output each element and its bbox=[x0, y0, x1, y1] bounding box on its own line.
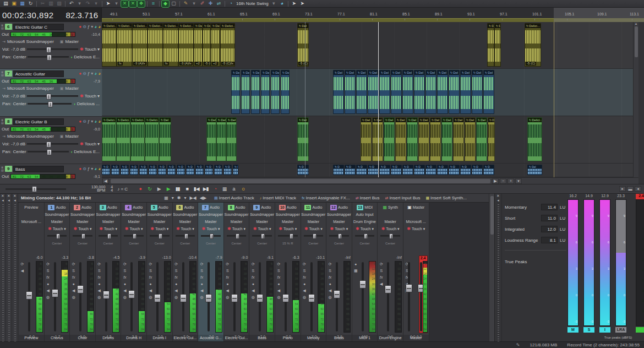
audio-clip[interactable]: ↻D bbox=[333, 165, 344, 175]
pan-thumb[interactable] bbox=[364, 233, 368, 239]
automation-label[interactable]: Touch bbox=[78, 227, 89, 231]
input-monitor-icon[interactable]: ◀ bbox=[174, 289, 177, 293]
audio-clip[interactable]: ↻Del+2 bbox=[194, 23, 203, 67]
channel-strip-bass[interactable]: 9AudioSoundmapperMaster✱Touch▾Center-9.1… bbox=[249, 203, 275, 341]
strip-output[interactable]: Master bbox=[249, 218, 275, 225]
select-tool-button[interactable]: ▢ bbox=[170, 1, 177, 7]
strip-name[interactable]: Master bbox=[403, 335, 429, 341]
strip-name[interactable]: Choir bbox=[70, 335, 95, 341]
dropdown-caret-icon[interactable]: ▾ bbox=[91, 72, 93, 76]
clip-lane-9[interactable]: ↻D↻D↻D↻D↻D↻D↻D↻D↻D↻D↻D↻D↻D↻D↻D↻D↻D↻D↻D↻D… bbox=[102, 164, 638, 177]
audio-clip[interactable]: ↻D bbox=[121, 165, 129, 175]
channel-strip-drums-i[interactable]: 5AudioSoundmapperMaster✱Touch▾Center-13.… bbox=[147, 203, 173, 341]
fx-icon[interactable]: fx bbox=[252, 275, 254, 280]
group-icon[interactable]: ⟳ bbox=[200, 262, 204, 267]
strip-name[interactable]: Drums bbox=[96, 335, 121, 341]
panel-dock-button[interactable]: ▬ bbox=[627, 186, 634, 192]
strip-automation[interactable]: ✱Touch▾ bbox=[301, 225, 326, 232]
automation-label[interactable]: Touch bbox=[85, 142, 96, 146]
strip-automation[interactable]: ✱Touch▾ bbox=[96, 225, 121, 232]
audio-clip[interactable]: ↻D bbox=[368, 165, 379, 175]
record-arm-icon[interactable]: ● bbox=[98, 282, 100, 286]
snap-to-grid-button[interactable]: ◆ bbox=[162, 1, 169, 7]
group-icon[interactable]: ⟳ bbox=[252, 262, 255, 267]
pan-thumb[interactable] bbox=[338, 233, 342, 239]
automation-caret[interactable]: ▾ bbox=[346, 227, 348, 231]
track-name-field[interactable]: Acoustic Guitar bbox=[13, 70, 64, 77]
automation-caret[interactable]: ▾ bbox=[90, 227, 92, 231]
input-monitor-icon[interactable]: ◀ bbox=[329, 289, 331, 293]
strip-input[interactable]: Soundmapper bbox=[96, 211, 121, 218]
strip-input[interactable]: Auto Input bbox=[352, 211, 378, 218]
audio-clip[interactable]: ↻D bbox=[167, 165, 176, 175]
record-arm-icon[interactable]: ● bbox=[252, 282, 254, 286]
strip-output[interactable]: Master bbox=[45, 218, 70, 225]
strip-output[interactable]: Master bbox=[301, 218, 326, 225]
fade-clips-button[interactable]: ❖ bbox=[138, 1, 145, 7]
audio-clip[interactable]: ↻Delici...-3 (A)fx bbox=[132, 23, 148, 67]
strip-name[interactable]: Melody bbox=[301, 335, 326, 341]
audio-clip[interactable]: ↻D bbox=[111, 165, 119, 175]
solo-safe-icon[interactable]: S bbox=[329, 269, 331, 273]
vertical-scrollbar[interactable]: ▲ bbox=[633, 22, 638, 177]
groove-icon[interactable]: ◕ bbox=[98, 119, 101, 124]
record-arm-icon[interactable]: ● bbox=[303, 282, 305, 286]
panel-collapse-button[interactable]: ▸ bbox=[619, 186, 626, 192]
audio-clip[interactable]: ↻Del bbox=[241, 70, 250, 114]
clip-fx-badge[interactable]: -5 (C) bbox=[526, 62, 536, 66]
timeline-ruler[interactable]: 49.153.157.161.165.169.173.177.181.185.1… bbox=[102, 8, 644, 22]
strip-fader-thumb[interactable] bbox=[52, 289, 58, 297]
group-icon[interactable]: ⟳ bbox=[21, 262, 24, 267]
strip-pan-slider[interactable] bbox=[380, 235, 400, 242]
audio-clip[interactable]: ↻Delici...fx bbox=[163, 23, 178, 67]
strip-output[interactable]: Master bbox=[378, 218, 403, 225]
audio-clip[interactable]: ↻Del bbox=[251, 70, 260, 114]
automation-label[interactable]: Touch bbox=[361, 227, 371, 231]
record-arm-icon[interactable]: ● bbox=[175, 282, 177, 286]
pan-thumb[interactable] bbox=[290, 233, 293, 239]
automation-label[interactable]: Touch bbox=[181, 227, 192, 231]
solo-safe-icon[interactable]: S bbox=[380, 269, 383, 273]
pan-track[interactable] bbox=[278, 235, 298, 237]
audio-clip[interactable]: ↻D bbox=[391, 165, 402, 175]
drag-handle[interactable] bbox=[14, 204, 16, 341]
strip-input[interactable]: Soundmapper bbox=[45, 211, 70, 218]
input-monitor-icon[interactable]: ◀ bbox=[380, 282, 383, 286]
strip-name[interactable]: Drums H bbox=[121, 335, 146, 341]
pan-value[interactable]: Center bbox=[13, 149, 26, 154]
strip-pan-slider[interactable] bbox=[124, 235, 144, 242]
solo-safe-icon[interactable]: S bbox=[303, 269, 306, 273]
record-arm-icon[interactable]: ● bbox=[124, 282, 126, 286]
audio-clip[interactable]: ↻Del bbox=[460, 70, 471, 114]
audio-clip[interactable]: ↻D bbox=[233, 165, 238, 175]
audio-clip[interactable]: ↻Del bbox=[465, 117, 476, 161]
automation-caret[interactable]: ▾ bbox=[97, 142, 100, 146]
strip-input[interactable]: Soundmapper bbox=[121, 211, 146, 218]
pan-thumb[interactable] bbox=[184, 233, 188, 239]
automation-caret[interactable]: ▾ bbox=[116, 227, 118, 231]
pan-track[interactable] bbox=[252, 235, 272, 237]
strip-automation[interactable]: ✱Touch▾ bbox=[378, 225, 403, 232]
audio-clip[interactable]: ↻D bbox=[205, 165, 213, 175]
undo-button[interactable]: ↶ bbox=[68, 1, 75, 7]
audio-clip[interactable]: ↻D bbox=[195, 165, 204, 175]
fx-bypass-icon[interactable]: ƒ bbox=[88, 119, 90, 124]
solo-safe-icon[interactable]: S bbox=[124, 269, 127, 273]
insert-bus-button[interactable]: ⇄Insert Bus bbox=[356, 195, 380, 200]
pan-slider-thumb[interactable] bbox=[48, 101, 53, 107]
play-button[interactable]: ▶ bbox=[164, 185, 172, 193]
strip-output[interactable]: Master bbox=[147, 218, 172, 225]
channel-strip-chorus[interactable]: 1AudioSoundmapperMaster✱Touch▾Center-3.3… bbox=[45, 203, 70, 341]
automation-caret[interactable]: ▾ bbox=[218, 227, 220, 231]
audio-clip[interactable]: ↻D bbox=[414, 165, 425, 175]
channel-strip-melody[interactable]: 11AudioSoundmapperMaster✱Touch▾Center-10… bbox=[301, 203, 327, 341]
audio-clip[interactable]: ↻D bbox=[356, 165, 367, 175]
record-arm-icon[interactable]: ● bbox=[149, 282, 151, 286]
strip-fader-thumb[interactable] bbox=[128, 290, 135, 298]
input-monitor-icon[interactable]: ◀ bbox=[149, 289, 152, 293]
zoom-out-button[interactable]: − bbox=[500, 178, 506, 184]
draw-tool-button[interactable]: ✎ bbox=[182, 1, 189, 7]
audio-clip[interactable]: ↻Del bbox=[368, 70, 379, 114]
pan-track[interactable] bbox=[201, 235, 221, 237]
hscroll-thumb[interactable] bbox=[111, 179, 490, 183]
